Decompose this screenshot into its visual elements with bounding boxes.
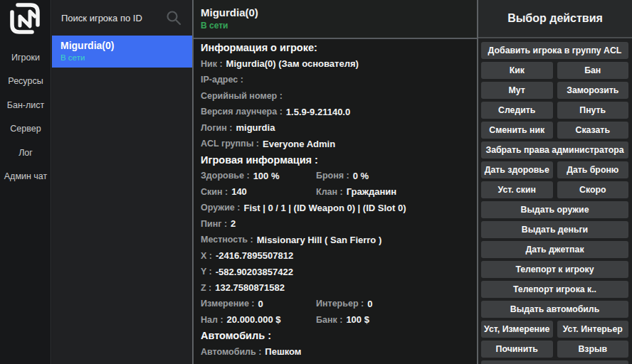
info-row: Местность : Missionary Hill ( San Fierro… (201, 232, 471, 248)
action-button-kick[interactable]: Кик (481, 62, 553, 79)
action-button-spectate[interactable]: Следить (481, 102, 553, 119)
action-button-give-armor[interactable]: Дать броню (557, 161, 629, 178)
info-value: 100 $ (346, 314, 369, 325)
action-button-freeze[interactable]: Заморозить (557, 82, 629, 99)
action-button-partial[interactable] (481, 360, 628, 364)
info-label: Клан : (316, 187, 343, 197)
info-value: Migurdia(0) (Зам основателя) (226, 58, 359, 69)
player-info-header: Migurdia(0) В сети (194, 0, 477, 39)
player-online-status: В сети (60, 53, 192, 63)
info-label: Y : (201, 267, 212, 277)
player-info-body: Информация о игроке: Ник : Migurdia(0) (… (194, 39, 477, 360)
actions-title: Выбор действия (478, 0, 632, 38)
info-row: Z : 132.7580871582 (201, 280, 471, 296)
action-button-teleport-to-player[interactable]: Телепорт к игроку (481, 261, 628, 278)
sidebar: Игроки Ресурсы Бан-лист Сервер Лог Админ… (0, 0, 51, 364)
action-button-give-weapon[interactable]: Выдать оружие (481, 201, 628, 218)
info-value: 132.7580871582 (215, 282, 285, 293)
info-label: Броня : (316, 171, 349, 181)
info-label: Нал : (201, 315, 223, 325)
info-label: IP-адрес : (201, 75, 243, 85)
info-value: 1.5.9-9.21140.0 (286, 107, 350, 117)
player-name: Migurdia(0) (60, 39, 192, 53)
sidebar-item-banlist[interactable]: Бан-лист (0, 93, 51, 117)
info-row: X : -2416.7895507812 (201, 248, 471, 264)
sidebar-nav: Игроки Ресурсы Бан-лист Сервер Лог Админ… (0, 46, 51, 188)
info-label: Версия лаунчера : (201, 107, 283, 117)
action-button-mute[interactable]: Мут (481, 82, 553, 99)
info-row: ACL группы : Everyone Admin (201, 136, 471, 152)
info-value: 140 (231, 186, 247, 197)
info-section-title: Автомобиль : (201, 328, 471, 344)
info-label: Измерение : (201, 299, 255, 309)
info-label: Автомобиль : (201, 347, 261, 357)
info-row: Пинг : 2 (201, 216, 471, 232)
info-row: Версия лаунчера : 1.5.9-9.21140.0 (201, 104, 471, 120)
actions-panel: Выбор действия Добавить игрока в группу … (478, 0, 632, 364)
action-button-ban[interactable]: Бан (557, 62, 629, 79)
info-row: Автомобиль : Пешком (201, 344, 471, 360)
action-button-give-money[interactable]: Выдать деньги (481, 221, 628, 238)
info-row: Ник : Migurdia(0) (Зам основателя) (201, 56, 471, 73)
action-button-slap[interactable]: Пнуть (557, 102, 629, 119)
info-label: Оружие : (201, 203, 240, 213)
action-button-give-jetpack[interactable]: Дать джетпак (481, 241, 628, 258)
info-value: 20.000.000 $ (227, 314, 281, 325)
info-label: Ник : (201, 59, 223, 69)
info-row: Нал : 20.000.000 $ Банк : 100 $ (201, 312, 471, 328)
sidebar-item-adminchat[interactable]: Админ чат (0, 165, 51, 189)
action-button-say[interactable]: Сказать (557, 122, 629, 139)
info-label: Пинг : (201, 219, 227, 229)
info-section-title: Информация о игроке: (201, 40, 471, 56)
info-value: Everyone Admin (263, 139, 335, 149)
sidebar-item-resources[interactable]: Ресурсы (0, 70, 51, 94)
info-label: Логин : (201, 123, 232, 133)
info-value: Пешком (265, 346, 301, 357)
info-value: Гражданин (347, 186, 396, 197)
info-label: Z : (201, 283, 211, 293)
action-button-give-health[interactable]: Дать здоровье (481, 161, 553, 178)
info-row: Серийный номер : (201, 88, 471, 105)
search-icon[interactable] (166, 10, 181, 26)
action-button-set-dimension[interactable]: Уст, Измерение (481, 321, 553, 338)
action-button-soon[interactable]: Скоро (557, 181, 629, 198)
action-button-explode[interactable]: Взрыв (557, 341, 629, 358)
action-button-give-vehicle[interactable]: Выдать автомобиль (481, 301, 628, 318)
info-row: Логин : migurdia (201, 120, 471, 136)
info-label: Здоровье : (201, 171, 250, 181)
info-label: Скин : (201, 187, 228, 197)
info-label: X : (201, 251, 212, 261)
action-button-set-skin[interactable]: Уст. скин (481, 181, 553, 198)
admin-panel-window: Игроки Ресурсы Бан-лист Сервер Лог Админ… (0, 0, 632, 364)
info-row: Здоровье : 100 % Броня : 0 % (201, 168, 471, 184)
selected-player-name: Migurdia(0) (201, 6, 470, 20)
info-label: Серийный номер : (201, 91, 283, 101)
selected-player-status: В сети (201, 20, 470, 31)
info-value: Fist | 0 / 1 | (ID Weapon 0) | (ID Slot … (243, 203, 406, 213)
info-value: -582.90203857422 (216, 267, 293, 277)
info-value: 100 % (253, 171, 280, 181)
info-row: Y : -582.90203857422 (201, 264, 471, 280)
info-label: Интерьер : (316, 299, 364, 309)
search-row (52, 0, 192, 36)
player-list-item[interactable]: Migurdia(0) В сети (52, 36, 192, 68)
action-button-remove-admin-rights[interactable]: Забрать права администратора (481, 141, 628, 159)
action-button-rename[interactable]: Сменить ник (481, 122, 553, 139)
info-label: Местность : (201, 235, 253, 245)
action-button-add-to-acl[interactable]: Добавить игрока в группу ACL (481, 42, 628, 59)
action-button-set-interior[interactable]: Уст. Интерьер (557, 321, 629, 338)
sidebar-item-server[interactable]: Сервер (0, 117, 51, 141)
info-section-title: Игровая информация : (201, 152, 471, 168)
sidebar-item-log[interactable]: Лог (0, 141, 51, 165)
action-button-teleport-player-to[interactable]: Телепорт игрока к.. (481, 281, 628, 298)
info-label: ACL группы : (201, 139, 259, 149)
player-info-panel: Migurdia(0) В сети Информация о игроке: … (194, 0, 477, 364)
info-value: 0 % (353, 171, 369, 181)
info-value: 0 (367, 299, 372, 309)
action-button-repair[interactable]: Починить (481, 341, 553, 358)
info-value: 2 (231, 218, 236, 229)
info-value: migurdia (236, 122, 275, 133)
sidebar-item-players[interactable]: Игроки (0, 46, 51, 70)
actions-button-list: Добавить игрока в группу ACL Кик Бан Мут… (478, 38, 632, 364)
info-value: Missionary Hill ( San Fierro ) (257, 235, 382, 245)
